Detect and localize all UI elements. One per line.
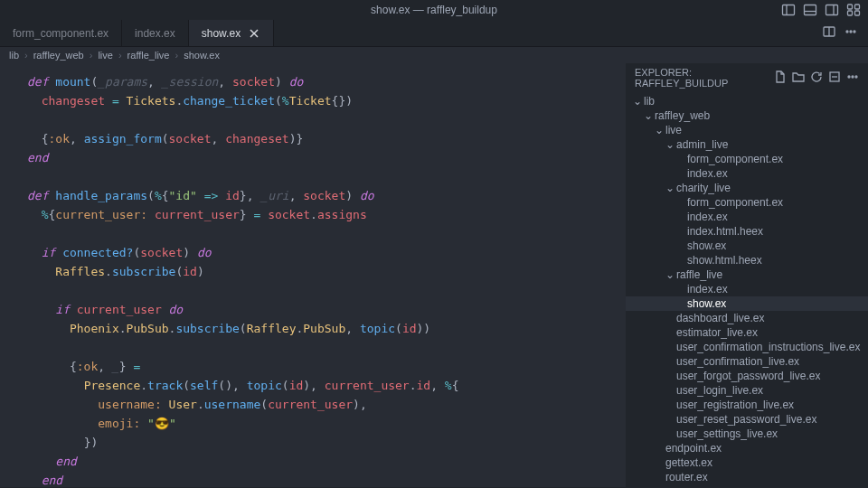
svg-rect-2 bbox=[805, 5, 816, 15]
code-editor[interactable]: def mount(_params, _session, socket) do … bbox=[0, 63, 626, 487]
file-item[interactable]: endpoint.ex bbox=[626, 441, 868, 455]
file-item[interactable]: user_settings_live.ex bbox=[626, 427, 868, 441]
file-item[interactable]: user_confirmation_live.ex bbox=[626, 354, 868, 369]
explorer-header: EXPLORER: RAFFLEY_BUILDUP bbox=[626, 63, 868, 92]
tab-label: index.ex bbox=[135, 27, 175, 40]
svg-point-14 bbox=[846, 31, 848, 33]
customize-layout-icon[interactable] bbox=[846, 3, 861, 20]
folder-item[interactable]: ⌄lib bbox=[626, 94, 868, 108]
more-icon[interactable] bbox=[846, 70, 859, 85]
tree-label: raffley_web bbox=[655, 109, 710, 122]
folder-item[interactable]: ⌄raffley_web bbox=[626, 108, 868, 123]
tab-index[interactable]: index.ex bbox=[122, 20, 189, 46]
tree-label: user_forgot_password_live.ex bbox=[676, 370, 820, 382]
svg-rect-9 bbox=[855, 11, 860, 15]
tree-label: index.ex bbox=[687, 283, 728, 296]
layout-actions bbox=[781, 3, 861, 20]
panel-bottom-icon[interactable] bbox=[803, 3, 817, 20]
close-icon[interactable] bbox=[248, 27, 260, 40]
file-item[interactable]: gettext.ex bbox=[626, 455, 868, 470]
tree-label: form_component.ex bbox=[687, 153, 783, 165]
file-item[interactable]: estimator_live.ex bbox=[626, 325, 868, 340]
file-item[interactable]: show.ex bbox=[626, 296, 868, 311]
file-item[interactable]: index.ex bbox=[626, 210, 868, 224]
chevron-down-icon: ⌄ bbox=[655, 124, 664, 136]
file-tree[interactable]: ⌄lib⌄raffley_web⌄live⌄admin_liveform_com… bbox=[626, 92, 868, 487]
tab-bar: form_component.ex index.ex show.ex bbox=[0, 20, 868, 47]
file-item[interactable]: user_registration_live.ex bbox=[626, 398, 868, 412]
tree-label: gettext.ex bbox=[665, 456, 712, 469]
tab-label: show.ex bbox=[202, 27, 241, 40]
tree-label: show.ex bbox=[687, 297, 726, 310]
refresh-icon[interactable] bbox=[810, 70, 823, 85]
tree-label: user_reset_password_live.ex bbox=[676, 413, 816, 426]
file-item[interactable]: form_component.ex bbox=[626, 152, 868, 166]
breadcrumb-item[interactable]: live bbox=[98, 50, 113, 61]
svg-point-21 bbox=[855, 76, 857, 78]
breadcrumb: lib› raffley_web› live› raffle_live› sho… bbox=[0, 47, 868, 63]
tree-label: user_registration_live.ex bbox=[676, 399, 794, 411]
collapse-icon[interactable] bbox=[828, 70, 841, 85]
tree-label: estimator_live.ex bbox=[676, 326, 758, 339]
file-item[interactable]: show.html.heex bbox=[626, 253, 868, 267]
svg-rect-0 bbox=[783, 5, 795, 15]
svg-rect-8 bbox=[848, 11, 853, 15]
chevron-down-icon: ⌄ bbox=[665, 138, 675, 151]
tab-form-component[interactable]: form_component.ex bbox=[0, 20, 122, 46]
svg-rect-7 bbox=[855, 5, 860, 9]
file-item[interactable]: user_reset_password_live.ex bbox=[626, 412, 868, 427]
svg-rect-4 bbox=[826, 5, 838, 15]
split-editor-icon[interactable] bbox=[823, 25, 835, 41]
tree-label: user_confirmation_live.ex bbox=[676, 355, 799, 368]
window-title: show.ex — raffley_buildup bbox=[371, 4, 497, 16]
svg-point-20 bbox=[852, 76, 854, 78]
explorer-title: EXPLORER: RAFFLEY_BUILDUP bbox=[635, 67, 769, 89]
new-folder-icon[interactable] bbox=[792, 70, 805, 85]
file-item[interactable]: index.html.heex bbox=[626, 224, 868, 239]
file-item[interactable]: user_confirmation_instructions_live.ex bbox=[626, 340, 868, 354]
folder-item[interactable]: ⌄live bbox=[626, 123, 868, 137]
file-item[interactable]: dashboard_live.ex bbox=[626, 311, 868, 325]
chevron-down-icon: ⌄ bbox=[665, 182, 675, 194]
breadcrumb-item[interactable]: raffley_web bbox=[33, 50, 84, 61]
file-item[interactable]: user_login_live.ex bbox=[626, 383, 868, 398]
svg-point-16 bbox=[854, 31, 855, 33]
file-item[interactable]: show.ex bbox=[626, 239, 868, 253]
tree-label: user_settings_live.ex bbox=[676, 427, 778, 440]
breadcrumb-item[interactable]: show.ex bbox=[184, 50, 220, 61]
tab-actions bbox=[823, 20, 868, 46]
tree-label: show.ex bbox=[687, 239, 726, 252]
file-item[interactable]: router.ex bbox=[626, 470, 868, 484]
tree-label: router.ex bbox=[665, 471, 708, 483]
panel-left-icon[interactable] bbox=[781, 3, 796, 20]
file-item[interactable]: user_forgot_password_live.ex bbox=[626, 369, 868, 383]
file-item[interactable]: index.ex bbox=[626, 282, 868, 296]
tree-label: index.ex bbox=[687, 211, 728, 223]
file-item[interactable]: form_component.ex bbox=[626, 195, 868, 210]
more-icon[interactable] bbox=[844, 25, 857, 41]
explorer-panel: EXPLORER: RAFFLEY_BUILDUP ⌄lib⌄raffley_w… bbox=[626, 63, 868, 487]
svg-point-19 bbox=[848, 76, 850, 78]
panel-right-icon[interactable] bbox=[825, 3, 839, 20]
svg-point-15 bbox=[850, 31, 852, 33]
tree-label: show.html.heex bbox=[687, 254, 762, 267]
new-file-icon[interactable] bbox=[774, 70, 787, 85]
tree-label: lib bbox=[644, 95, 655, 108]
tree-label: admin_live bbox=[676, 138, 728, 151]
tree-label: dashboard_live.ex bbox=[676, 312, 764, 324]
tree-label: charity_live bbox=[676, 182, 731, 194]
folder-item[interactable]: ⌄raffle_live bbox=[626, 267, 868, 282]
breadcrumb-item[interactable]: raffle_live bbox=[127, 50, 170, 61]
tree-label: live bbox=[665, 124, 682, 136]
tree-label: endpoint.ex bbox=[665, 442, 722, 455]
tree-label: user_confirmation_instructions_live.ex bbox=[676, 341, 860, 353]
file-item[interactable]: index.ex bbox=[626, 166, 868, 181]
breadcrumb-item[interactable]: lib bbox=[9, 50, 19, 61]
folder-item[interactable]: ⌄admin_live bbox=[626, 137, 868, 152]
tab-show[interactable]: show.ex bbox=[189, 20, 274, 46]
chevron-down-icon: ⌄ bbox=[665, 268, 675, 281]
svg-rect-6 bbox=[848, 5, 853, 9]
folder-item[interactable]: ⌄charity_live bbox=[626, 181, 868, 195]
tree-label: user_login_live.ex bbox=[676, 384, 763, 397]
file-item[interactable]: telemetry.ex bbox=[626, 484, 868, 487]
